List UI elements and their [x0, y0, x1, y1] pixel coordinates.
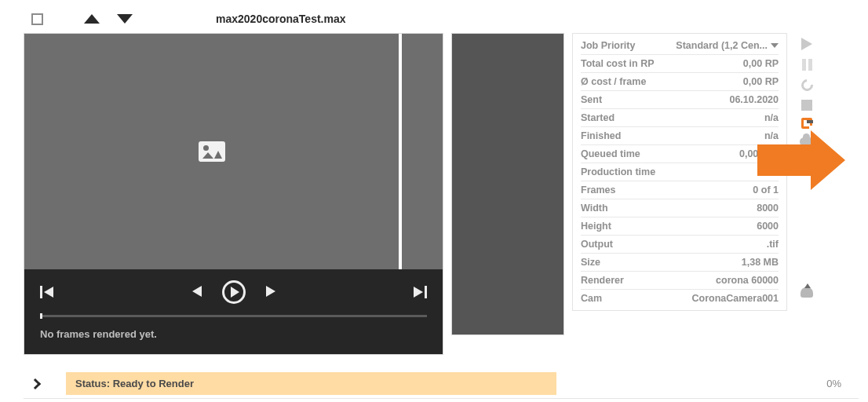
preview-side-strip [402, 34, 443, 269]
info-label: Queued time [581, 148, 640, 159]
info-label: Total cost in RP [581, 58, 655, 69]
first-frame-button[interactable] [40, 286, 53, 298]
info-value: n/a [764, 130, 779, 141]
info-value: 1,38 MB [742, 257, 779, 268]
select-job-checkbox[interactable] [31, 13, 43, 25]
info-value: 0,00 min [739, 148, 779, 159]
play-button[interactable] [222, 280, 246, 304]
chevron-down-icon [771, 43, 779, 48]
info-value: corona 60000 [716, 275, 779, 286]
next-frame-button[interactable] [266, 286, 275, 299]
info-value: 0,00 RP [743, 58, 779, 69]
move-down-button[interactable] [117, 14, 133, 24]
status-prefix: Status: [75, 378, 113, 389]
info-label: Width [581, 203, 608, 214]
info-value: .tif [767, 239, 779, 250]
info-label: Size [581, 257, 600, 268]
start-render-button[interactable] [799, 36, 815, 52]
expand-status-button[interactable] [30, 378, 41, 389]
info-label: Job Priority [581, 40, 635, 51]
info-label: Frames [581, 185, 615, 196]
status-bar: Status: Ready to Render [66, 372, 556, 395]
render-preview-panel: No frames rendered yet. [24, 33, 443, 355]
info-label: Started [581, 112, 615, 123]
info-label: Renderer [581, 275, 624, 286]
preview-canvas [24, 34, 399, 269]
job-info-panel: Job Priority Standard (1,2 Cen... Total … [572, 33, 787, 311]
progress-percent: 0% [826, 378, 841, 389]
job-action-toolbar [795, 33, 819, 292]
secondary-preview-strip [451, 33, 564, 335]
info-value: 8000 [757, 203, 779, 214]
pause-icon [802, 59, 812, 71]
restart-render-button[interactable] [799, 77, 815, 93]
cloud-icon [800, 137, 814, 146]
info-value: 0 of 1 [753, 185, 779, 196]
play-icon [801, 38, 812, 50]
info-label: Cam [581, 293, 602, 304]
info-label: Sent [581, 94, 602, 105]
info-value: n/a [764, 112, 779, 123]
upload-icon [801, 287, 813, 298]
preview-status-text: No frames rendered yet. [40, 328, 427, 340]
cloud-sync-button[interactable] [799, 133, 815, 149]
job-titlebar: max2020coronaTest.max [24, 13, 859, 25]
info-label: Finished [581, 130, 621, 141]
move-up-button[interactable] [84, 14, 100, 24]
seek-bar[interactable] [40, 315, 427, 317]
open-output-button[interactable] [801, 118, 812, 129]
info-label: Ø cost / frame [581, 76, 646, 87]
image-placeholder-icon [199, 141, 225, 162]
stop-render-button[interactable] [799, 97, 815, 113]
status-value: Ready to Render [113, 378, 194, 389]
info-value: CoronaCamera001 [692, 293, 779, 304]
last-frame-button[interactable] [414, 286, 427, 298]
upload-button[interactable] [799, 174, 815, 292]
stop-icon [801, 100, 812, 111]
save-button[interactable] [799, 154, 815, 170]
info-value: 0,00 RP [743, 76, 779, 87]
prev-frame-button[interactable] [192, 286, 202, 299]
job-filename: max2020coronaTest.max [216, 13, 346, 25]
disk-icon [801, 155, 813, 168]
info-label: Production time [581, 166, 655, 177]
info-value: 6000 [757, 221, 779, 232]
pause-render-button[interactable] [799, 57, 815, 72]
refresh-icon [798, 76, 815, 93]
info-value: 06.10.2020 [729, 94, 779, 105]
job-priority-dropdown[interactable]: Standard (1,2 Cen... [676, 40, 779, 51]
info-label: Height [581, 221, 611, 232]
info-label: Output [581, 239, 613, 250]
